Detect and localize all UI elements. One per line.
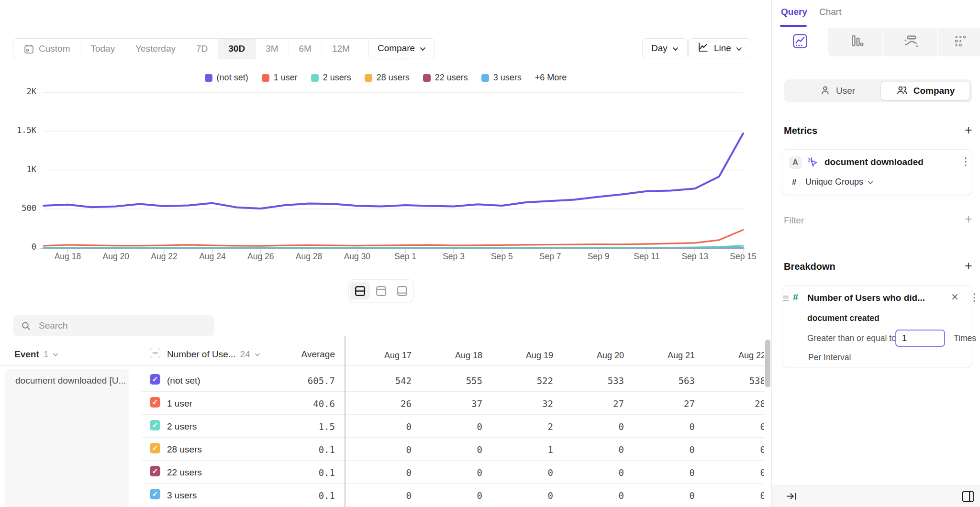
table-cell-value: 0 xyxy=(345,466,412,479)
date-column-header: Aug 18 xyxy=(415,349,482,362)
toggle-sidebar-icon[interactable] xyxy=(961,490,975,505)
search-input[interactable] xyxy=(38,320,206,331)
group-column-header[interactable]: Number of Use... 24 xyxy=(167,349,260,360)
row-average-value: 0.1 xyxy=(258,443,335,456)
layout-toggle-group xyxy=(348,279,413,302)
add-metric-button[interactable]: + xyxy=(962,123,975,137)
table-scroll-area[interactable]: Aug 17Aug 18Aug 19Aug 20Aug 21Aug 225425… xyxy=(345,334,764,507)
average-column-header: Average xyxy=(258,349,335,360)
chart-plot-area[interactable] xyxy=(0,0,771,274)
chart-type-line-cell[interactable] xyxy=(772,28,828,56)
table-cell-value: 0 xyxy=(486,466,553,479)
y-tick-label: 0 xyxy=(8,242,36,252)
table-cell-value: 27 xyxy=(628,397,695,410)
table-cell-value: 533 xyxy=(557,375,624,387)
breakdown-card[interactable]: # Number of Users who did... ✕ ⋮ documen… xyxy=(782,285,972,367)
row-checkbox[interactable]: ✓ xyxy=(150,443,160,453)
table-cell-value: 542 xyxy=(345,375,412,387)
frozen-column-divider xyxy=(345,336,345,507)
table-cell-value: 522 xyxy=(486,375,553,387)
event-cursor-icon xyxy=(806,156,819,171)
date-column-header: Aug 21 xyxy=(628,349,695,362)
layout-chart-only-button[interactable] xyxy=(371,282,391,300)
drag-handle-icon[interactable] xyxy=(783,294,789,302)
table-cell-value: 0 xyxy=(557,489,624,502)
table-cell-value: 0 xyxy=(628,420,695,433)
layout-table-only-button[interactable] xyxy=(392,282,412,300)
select-all-checkbox-indeterminate[interactable] xyxy=(150,348,160,358)
active-tab-underline xyxy=(780,25,807,27)
x-tick-label: Sep 1 xyxy=(381,252,429,262)
row-checkbox[interactable]: ✓ xyxy=(150,466,160,476)
table-cell-value: 563 xyxy=(628,375,695,387)
table-cell-value: 0 xyxy=(345,420,412,433)
event-header-count: 1 xyxy=(44,349,49,360)
scope-company-button[interactable]: Company xyxy=(881,79,969,102)
table-cell-value: 0 xyxy=(345,443,412,456)
table-cell-value: 0 xyxy=(628,489,695,502)
chevron-down-icon xyxy=(868,178,873,187)
breakdown-title: Number of Users who did... xyxy=(807,293,925,303)
line-chart-card-icon xyxy=(791,32,810,53)
metric-card[interactable]: A document downloaded ⋮ # Unique Groups xyxy=(782,149,972,195)
scope-user-label: User xyxy=(836,86,855,96)
date-column-header: Aug 22 xyxy=(699,349,764,362)
times-value-input[interactable] xyxy=(895,330,945,347)
more-charts-icon xyxy=(950,32,969,53)
row-checkbox[interactable]: ✓ xyxy=(150,374,160,385)
breakdown-kebab-menu[interactable]: ⋮ xyxy=(969,292,980,303)
collapse-panel-icon[interactable] xyxy=(786,491,798,504)
measure-label: Unique Groups xyxy=(805,177,863,187)
tab-chart[interactable]: Chart xyxy=(819,7,841,17)
table-cell-value: 2 xyxy=(486,420,553,433)
x-tick-label: Sep 15 xyxy=(719,252,767,262)
table-cell-value: 37 xyxy=(415,397,482,410)
row-group-label: 22 users xyxy=(167,466,202,479)
table-cell-value: 0 xyxy=(699,443,764,456)
chart-type-bar-cell[interactable] xyxy=(828,28,882,56)
group-header-label: Number of Use... xyxy=(167,349,236,360)
group-header-count: 24 xyxy=(240,349,250,360)
table-cell-value: 0 xyxy=(557,420,624,433)
search-icon xyxy=(21,320,32,331)
x-tick-label: Aug 28 xyxy=(285,252,333,262)
event-row[interactable]: document downloaded [U... xyxy=(5,369,129,507)
table-vertical-scrollbar[interactable] xyxy=(765,340,770,387)
table-cell-value: 0 xyxy=(699,466,764,479)
x-tick-label: Sep 3 xyxy=(430,252,478,262)
event-column-header[interactable]: Event 1 xyxy=(14,349,58,360)
date-column-header: Aug 17 xyxy=(345,349,412,362)
scope-user-button[interactable]: User xyxy=(794,79,880,102)
date-column-header: Aug 20 xyxy=(557,349,624,362)
filter-heading: Filter xyxy=(784,215,804,226)
x-tick-label: Aug 18 xyxy=(44,252,91,262)
metric-kebab-menu[interactable]: ⋮ xyxy=(960,156,971,167)
row-checkbox[interactable]: ✓ xyxy=(150,397,160,408)
row-group-label: 1 user xyxy=(167,397,192,410)
analytics-app: CustomTodayYesterday7D30D3M6M12MXTD Comp… xyxy=(0,0,980,507)
row-checkbox[interactable]: ✓ xyxy=(150,489,160,499)
chart-type-flow-cell[interactable] xyxy=(883,28,937,56)
chart-type-more-cell[interactable] xyxy=(938,28,980,56)
x-tick-label: Sep 13 xyxy=(671,252,719,262)
panel-bottom-bar xyxy=(772,485,980,507)
measure-dropdown[interactable]: Unique Groups xyxy=(805,177,873,187)
y-tick-label: 2K xyxy=(8,87,36,96)
breakdown-event: document created xyxy=(807,313,880,323)
table-cell-value: 27 xyxy=(557,397,624,410)
add-breakdown-button[interactable]: + xyxy=(962,259,975,273)
close-icon[interactable]: ✕ xyxy=(951,291,959,303)
chevron-down-icon xyxy=(53,350,58,359)
user-icon xyxy=(820,85,831,98)
x-tick-label: Aug 30 xyxy=(333,252,381,262)
x-tick-label: Aug 22 xyxy=(140,252,188,262)
row-average-value: 40.6 xyxy=(258,397,335,410)
layout-split-button[interactable] xyxy=(350,282,370,300)
row-group-label: 2 users xyxy=(167,420,197,433)
row-checkbox[interactable]: ✓ xyxy=(150,420,160,430)
metrics-heading: Metrics xyxy=(784,125,817,136)
add-filter-button[interactable]: + xyxy=(962,212,975,226)
table-cell-value: 0 xyxy=(557,443,624,456)
table-cell-value: 0 xyxy=(699,420,764,433)
tab-query[interactable]: Query xyxy=(781,7,807,17)
